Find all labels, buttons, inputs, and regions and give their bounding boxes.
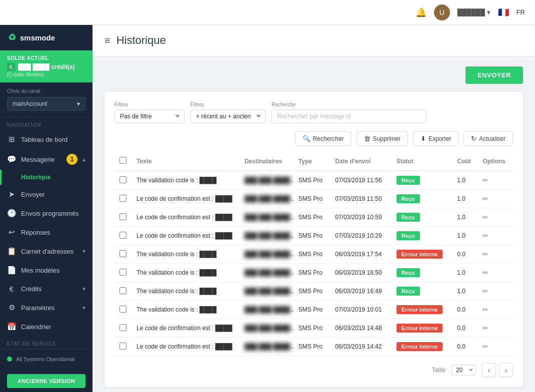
row-cout: 0.0 <box>452 301 478 319</box>
table-row: The validation code is : ████ ███ ███ ██… <box>114 171 513 190</box>
search-input[interactable] <box>272 109 426 123</box>
row-statut: Reçu <box>392 208 452 227</box>
row-cout: 1.0 <box>452 171 478 190</box>
user-menu[interactable]: ██████ ▾ <box>458 8 490 16</box>
search-label: Rechercher <box>313 135 344 142</box>
sidebar-item-reponses[interactable]: ↩ Réponses <box>0 223 92 242</box>
row-statut: Reçu <box>392 171 452 190</box>
sidebar-item-credits[interactable]: € Crédits ▾ <box>0 280 92 298</box>
edit-icon[interactable]: ✏ <box>482 269 488 277</box>
filter2-select[interactable]: + récent au + ancien <box>190 109 266 123</box>
sidebar-balance: SOLDE ACTUEL € ███ ████ crédit(s) (Crédi… <box>0 50 92 82</box>
balance-amount: ███ ████ crédit(s) <box>18 63 75 70</box>
status-badge: Erreur interne <box>396 324 443 333</box>
status-badge: Reçu <box>396 176 420 185</box>
logo-text: smsmode <box>20 33 55 42</box>
row-destinataires: ███ ███ ████ <box>240 208 294 227</box>
edit-icon[interactable]: ✏ <box>482 306 488 314</box>
row-cout: 1.0 <box>452 208 478 227</box>
row-checkbox-4[interactable] <box>120 250 126 257</box>
row-checkbox-0[interactable] <box>120 176 126 183</box>
channel-select[interactable]: mainAccount ▾ <box>7 97 86 111</box>
sidebar-item-parametres[interactable]: ⚙ Paramètres ▾ <box>0 298 92 317</box>
row-cout: 0.0 <box>452 245 478 264</box>
bell-icon[interactable]: 🔔 <box>416 7 426 18</box>
row-checkbox-9[interactable] <box>120 343 126 350</box>
col-options: Options <box>478 152 513 171</box>
dashboard-icon: ⊞ <box>7 135 16 144</box>
row-type: SMS Pro <box>294 245 330 264</box>
row-checkbox-2[interactable] <box>120 213 126 220</box>
edit-icon[interactable]: ✏ <box>482 232 488 240</box>
edit-icon[interactable]: ✏ <box>482 324 488 332</box>
row-texte: The validation code is : ████ <box>132 301 240 319</box>
sidebar-item-label: Carnet d'adresses <box>21 248 78 255</box>
table-row: Le code de confirmation est : ████ ███ █… <box>114 190 513 208</box>
sidebar-item-carnet-adresses[interactable]: 📋 Carnet d'adresses ▾ <box>0 242 92 261</box>
edit-icon[interactable]: ✏ <box>482 287 488 295</box>
row-destinataires: ███ ███ ████ <box>240 171 294 190</box>
refresh-icon: ↻ <box>471 135 476 142</box>
nav-section-label: NAVIGATION <box>0 117 92 130</box>
sidebar-item-label: Calendrier <box>21 323 86 331</box>
row-cout: 1.0 <box>452 282 478 301</box>
trash-icon: 🗑 <box>364 135 370 142</box>
search-button[interactable]: 🔍 Rechercher <box>295 131 352 146</box>
edit-icon[interactable]: ✏ <box>482 343 488 351</box>
envoyer-button[interactable]: ENVOYER <box>466 66 523 84</box>
lang-label[interactable]: FR <box>516 8 525 16</box>
balance-sub: (Crédits illimités) <box>7 72 86 77</box>
avatar-initial: U <box>440 8 444 16</box>
row-texte: Le code de confirmation est : ████ <box>132 208 240 227</box>
edit-icon[interactable]: ✏ <box>482 213 488 221</box>
row-type: SMS Pro <box>294 171 330 190</box>
flag-icon: 🇫🇷 <box>498 7 509 18</box>
row-checkbox-7[interactable] <box>120 306 126 313</box>
modeles-icon: 📄 <box>7 266 16 275</box>
row-type: SMS Pro <box>294 190 330 208</box>
taille-label: Taille <box>432 367 446 374</box>
export-button[interactable]: ⬇ Exporter <box>413 131 458 146</box>
row-type: SMS Pro <box>294 282 330 301</box>
sidebar-item-historique[interactable]: Historique <box>0 170 92 185</box>
col-texte: Texte <box>132 152 240 171</box>
sidebar-item-tableau-de-bord[interactable]: ⊞ Tableau de bord <box>0 130 92 149</box>
sidebar-item-envois-programmes[interactable]: 🕐 Envois programmés <box>0 204 92 223</box>
edit-icon[interactable]: ✏ <box>482 195 488 203</box>
row-checkbox-6[interactable] <box>120 287 126 294</box>
old-version-button[interactable]: ANCIENNE VERSION <box>7 374 86 388</box>
sidebar-item-calendrier[interactable]: 📅 Calendrier <box>0 317 92 336</box>
row-type: SMS Pro <box>294 208 330 227</box>
next-page-button[interactable]: › <box>499 363 513 377</box>
edit-icon[interactable]: ✏ <box>482 176 488 184</box>
row-checkbox-3[interactable] <box>120 232 126 239</box>
sidebar-item-messagerie[interactable]: 💬 Messagerie 1 ▴ <box>0 149 92 170</box>
edit-icon[interactable]: ✏ <box>482 250 488 258</box>
refresh-button[interactable]: ↻ Actualiser <box>464 131 513 146</box>
filter2-label: Filtres <box>190 102 266 107</box>
filter1-select[interactable]: Pas de filtre <box>114 109 184 123</box>
select-all-checkbox[interactable] <box>120 157 126 164</box>
sidebar-item-mes-modeles[interactable]: 📄 Mes modèles <box>0 261 92 280</box>
row-date: 06/03/2019 17:54 <box>330 245 391 264</box>
pagination: ‹ › <box>482 363 513 377</box>
row-texte: Le code de confirmation est : ████ <box>132 319 240 338</box>
row-type: SMS Pro <box>294 264 330 282</box>
refresh-label: Actualiser <box>479 135 506 142</box>
row-date: 06/03/2019 14:48 <box>330 319 391 338</box>
table-row: The validation code is : ████ ███ ███ ██… <box>114 264 513 282</box>
row-checkbox-1[interactable] <box>120 195 126 202</box>
row-checkbox-8[interactable] <box>120 324 126 331</box>
balance-label: SOLDE ACTUEL <box>7 55 86 61</box>
row-checkbox-cell <box>114 338 132 356</box>
content: ≡ Historique ENVOYER Filtres Pas de filt… <box>92 25 535 392</box>
delete-button[interactable]: 🗑 Supprimer <box>356 131 408 146</box>
content-header: ≡ Historique <box>92 25 535 56</box>
row-checkbox-5[interactable] <box>120 269 126 276</box>
prev-page-button[interactable]: ‹ <box>482 363 496 377</box>
sidebar-item-envoyer[interactable]: ➤ Envoyer <box>0 185 92 204</box>
row-destinataires: ███ ███ ████ <box>240 319 294 338</box>
row-checkbox-cell <box>114 245 132 264</box>
row-checkbox-cell <box>114 264 132 282</box>
taille-select[interactable]: 20 50 100 <box>452 365 476 376</box>
